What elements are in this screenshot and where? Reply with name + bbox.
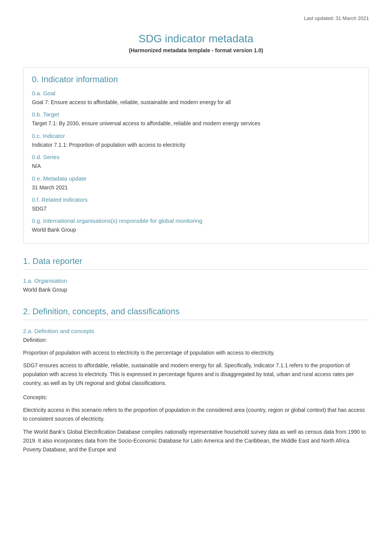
- section-2-heading: 2. Definition, concepts, and classificat…: [23, 307, 369, 317]
- subsection-0d-heading: 0.d. Series: [32, 154, 360, 160]
- page-subtitle: (Harmonized metadata template - format v…: [23, 47, 369, 53]
- subsection-0b-text: Target 7.1: By 2030, ensure universal ac…: [32, 119, 360, 128]
- concepts-label: Concepts:: [23, 393, 369, 402]
- section-2: 2. Definition, concepts, and classificat…: [23, 307, 369, 454]
- section-1-heading: 1. Data reporter: [23, 256, 369, 266]
- section-0-heading: 0. Indicator information: [32, 75, 360, 85]
- section2-paragraph2: The World Bank's Global Electrification …: [23, 428, 369, 454]
- subsection-2a-heading: 2.a. Definition and concepts: [23, 328, 369, 334]
- subsection-0g-text: World Bank Group: [32, 226, 360, 234]
- subsection-0a-text: Goal 7: Ensure access to affordable, rel…: [32, 98, 360, 106]
- section-1: 1. Data reporter 1.a. Organisation World…: [23, 256, 369, 294]
- subsection-0a-heading: 0.a. Goal: [32, 90, 360, 96]
- definition-text: Proportion of population with access to …: [23, 348, 369, 357]
- subsection-0e-text: 31 March 2021: [32, 183, 360, 192]
- section-0-box: 0. Indicator information 0.a. Goal Goal …: [23, 67, 369, 244]
- subsection-1a-text: World Bank Group: [23, 285, 369, 294]
- subsection-0d-text: N/A: [32, 162, 360, 170]
- last-updated-text: Last updated: 31 March 2021: [23, 15, 369, 21]
- section2-paragraph1: SDG7 ensures access to affordable, relia…: [23, 361, 369, 388]
- subsection-0g-heading: 0.g. International organisations(s) resp…: [32, 217, 360, 224]
- subsection-0c-text: Indicator 7.1.1: Proportion of populatio…: [32, 141, 360, 149]
- subsection-0b-heading: 0.b. Target: [32, 111, 360, 118]
- subsection-0f-text: SDG7: [32, 204, 360, 213]
- page-title: SDG indicator metadata: [23, 33, 369, 45]
- subsection-0f-heading: 0.f. Related indicators: [32, 196, 360, 203]
- concepts-text: Electricity access in this scenario refe…: [23, 406, 369, 423]
- definition-label: Definition:: [23, 336, 369, 345]
- subsection-0e-heading: 0.e. Metadata update: [32, 175, 360, 182]
- subsection-1a-block: 1.a. Organisation World Bank Group: [23, 269, 369, 294]
- subsection-2a-block: 2.a. Definition and concepts Definition:…: [23, 320, 369, 454]
- subsection-0c-heading: 0.c. Indicator: [32, 133, 360, 139]
- subsection-1a-heading: 1.a. Organisation: [23, 277, 369, 284]
